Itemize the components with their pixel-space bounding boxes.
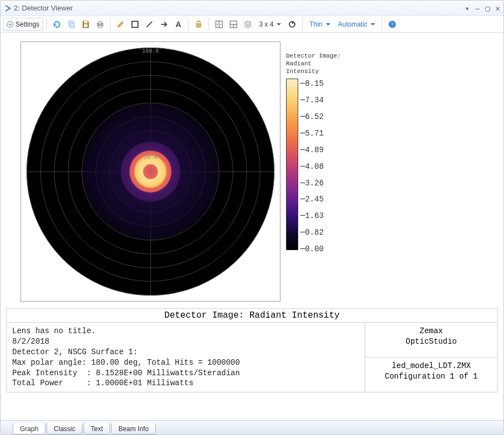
layers-button[interactable]: [241, 18, 254, 31]
minimize-button[interactable]: —: [475, 4, 480, 12]
tick: 7.34: [300, 95, 324, 105]
arrow-button[interactable]: [157, 18, 170, 31]
refresh-button[interactable]: [50, 18, 64, 31]
pencil-button[interactable]: [114, 18, 127, 31]
svg-rect-4: [84, 21, 87, 23]
info-panel-title: Detector Image: Radiant Intensity: [7, 309, 497, 323]
tick: 1.63: [300, 211, 324, 220]
tick: 0.82: [300, 227, 324, 237]
toolbar: Settings A 3 x 4 Thi: [1, 16, 503, 33]
print-button[interactable]: [93, 18, 107, 31]
detector-plot[interactable]: 180.0 20.0: [20, 42, 280, 302]
tick: 6.52: [300, 112, 324, 121]
lock-button[interactable]: [192, 18, 205, 31]
tick: 2.45: [300, 194, 324, 204]
svg-line-9: [147, 22, 152, 27]
line-style-selector[interactable]: Thin: [306, 18, 333, 31]
svg-rect-11: [196, 24, 201, 27]
colorbar-legend: Detector Image: Radiant Intensity 8.15 7…: [286, 42, 341, 302]
file-block: led_model_LDT.ZMX Configuration 1 of 1: [365, 358, 497, 392]
file-name: led_model_LDT.ZMX: [368, 361, 494, 371]
window-arrange-1-button[interactable]: [212, 18, 226, 31]
rectangle-button[interactable]: [128, 18, 142, 31]
plot-axis-label-inner: 20.0: [144, 154, 157, 160]
tick: 4.08: [300, 162, 324, 171]
brand-block: Zemax OpticStudio: [365, 323, 497, 358]
svg-rect-8: [132, 21, 138, 27]
copy-button[interactable]: [65, 18, 78, 31]
refresh-circular-button[interactable]: [285, 18, 299, 31]
line-button[interactable]: [143, 18, 156, 31]
plot-axis-label-outer: 180.0: [142, 48, 159, 54]
svg-rect-7: [98, 25, 102, 28]
color-mode-selector[interactable]: Automatic: [335, 18, 378, 31]
svg-rect-3: [84, 24, 87, 27]
tick: 4.89: [300, 145, 324, 154]
settings-button[interactable]: Settings: [3, 18, 43, 31]
config-label: Configuration 1 of 1: [368, 371, 494, 382]
tick: 0.00: [300, 244, 324, 253]
legend-title-3: Intensity: [286, 68, 341, 76]
tab-classic[interactable]: Classic: [46, 423, 82, 434]
help-button[interactable]: ?: [386, 18, 399, 31]
brand-name-1: Zemax: [368, 326, 494, 336]
pin-button[interactable]: ▾: [465, 4, 469, 12]
tick: 5.71: [300, 128, 324, 138]
close-button[interactable]: ✕: [496, 4, 500, 12]
svg-rect-2: [70, 23, 74, 28]
save-button[interactable]: [79, 18, 92, 31]
text-tool-button[interactable]: A: [172, 18, 185, 31]
legend-title-1: Detector Image:: [286, 53, 341, 60]
maximize-button[interactable]: ▢: [485, 4, 490, 12]
window-title: 2: Detector Viewer: [14, 4, 465, 12]
tab-text[interactable]: Text: [84, 423, 110, 434]
line-style-label: Thin: [309, 20, 322, 28]
svg-rect-6: [98, 22, 102, 24]
legend-title-2: Radiant: [286, 60, 341, 68]
window-arrange-2-button[interactable]: [227, 18, 240, 31]
colorbar-ticks: 8.15 7.34 6.52 5.71 4.89 4.08 3.26 2.45 …: [298, 79, 324, 253]
tab-beam-info[interactable]: Beam Info: [111, 423, 156, 434]
colorbar-icon: [286, 79, 298, 250]
grid-size-selector[interactable]: 3 x 4: [256, 18, 284, 31]
settings-label: Settings: [15, 20, 39, 28]
color-mode-label: Automatic: [338, 20, 367, 28]
svg-point-17: [289, 22, 295, 27]
tick: 3.26: [300, 178, 324, 188]
content-area: 180.0 20.0 Detector Image: Radiant Inten…: [1, 33, 503, 419]
titlebar: 2: Detector Viewer ▾ — ▢ ✕: [1, 1, 503, 16]
tick: 8.15: [300, 79, 324, 88]
brand-name-2: OpticStudio: [368, 336, 494, 347]
grid-size-label: 3 x 4: [259, 20, 273, 28]
tab-graph[interactable]: Graph: [13, 423, 45, 434]
svg-text:?: ?: [391, 21, 394, 27]
info-panel-details: Lens has no title. 8/2/2018 Detector 2, …: [7, 323, 365, 392]
info-panel: Detector Image: Radiant Intensity Lens h…: [6, 308, 498, 392]
svg-point-0: [7, 21, 13, 27]
tabstrip: Graph Classic Text Beam Info: [1, 420, 503, 434]
app-icon: [4, 4, 12, 12]
